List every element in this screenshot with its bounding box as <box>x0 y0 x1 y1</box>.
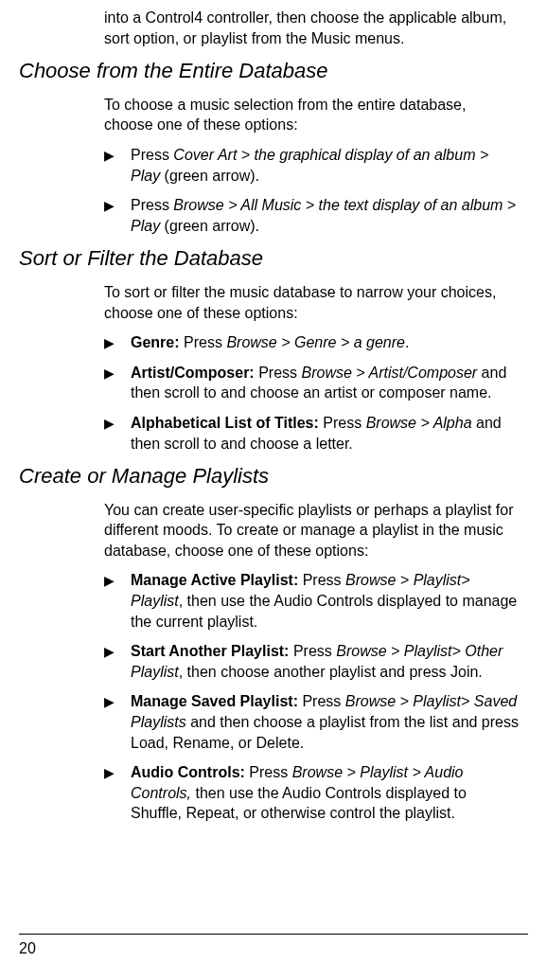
list-item-body: Audio Controls: Press Browse > Playlist … <box>131 762 519 824</box>
text-post: , then use the Audio Controls displayed … <box>131 593 517 630</box>
text-pre: Press <box>245 764 292 780</box>
text-pre: Press <box>319 415 366 431</box>
text-pre: Press <box>131 147 173 163</box>
heading-playlists: Create or Manage Playlists <box>19 463 528 490</box>
list-item-body: Press Browse > All Music > the text disp… <box>131 195 519 236</box>
list-item-body: Manage Active Playlist: Press Browse > P… <box>131 570 519 632</box>
triangle-bullet-icon: ▶ <box>104 691 131 712</box>
text-pre: Press <box>180 334 227 350</box>
triangle-bullet-icon: ▶ <box>104 570 131 591</box>
list-choose-database: ▶ Press Cover Art > the graphical displa… <box>104 145 519 236</box>
footer-rule <box>19 934 528 935</box>
item-label: Alphabetical List of Titles: <box>131 415 319 431</box>
list-item-body: Press Cover Art > the graphical display … <box>131 145 519 186</box>
lead-playlists: You can create user-specific playlists o… <box>104 500 519 561</box>
text-pre: Press <box>255 365 302 381</box>
menu-path: Browse > Genre > a genre <box>226 334 405 350</box>
item-label: Manage Saved Playlist: <box>131 693 298 709</box>
item-label: Start Another Playlist: <box>131 643 289 659</box>
list-item: ▶ Manage Active Playlist: Press Browse >… <box>104 570 519 632</box>
item-label: Audio Controls: <box>131 764 245 780</box>
text-post: (green arrow). <box>160 168 259 184</box>
triangle-bullet-icon: ▶ <box>104 641 131 662</box>
triangle-bullet-icon: ▶ <box>104 145 131 166</box>
list-sort-filter: ▶ Genre: Press Browse > Genre > a genre.… <box>104 332 519 454</box>
lead-sort-filter: To sort or filter the music database to … <box>104 282 519 323</box>
list-item-body: Artist/Composer: Press Browse > Artist/C… <box>131 363 519 403</box>
list-item: ▶ Artist/Composer: Press Browse > Artist… <box>104 363 519 403</box>
heading-choose-database: Choose from the Entire Database <box>19 58 528 85</box>
list-item: ▶ Audio Controls: Press Browse > Playlis… <box>104 762 519 824</box>
list-item: ▶ Press Browse > All Music > the text di… <box>104 195 519 236</box>
item-label: Manage Active Playlist: <box>131 572 298 588</box>
triangle-bullet-icon: ▶ <box>104 413 131 434</box>
text-pre: Press <box>289 643 336 659</box>
triangle-bullet-icon: ▶ <box>104 195 131 216</box>
list-item-body: Alphabetical List of Titles: Press Brows… <box>131 413 519 454</box>
heading-sort-filter: Sort or Filter the Database <box>19 245 528 273</box>
list-item-body: Genre: Press Browse > Genre > a genre. <box>131 332 519 353</box>
list-item: ▶ Manage Saved Playlist: Press Browse > … <box>104 691 519 753</box>
text-pre: Press <box>298 572 345 588</box>
list-playlists: ▶ Manage Active Playlist: Press Browse >… <box>104 570 519 824</box>
text-post: , then choose another playlist and press… <box>179 664 483 680</box>
triangle-bullet-icon: ▶ <box>104 332 131 353</box>
menu-path: Browse > Alpha <box>366 415 472 431</box>
text-pre: Press <box>298 693 345 709</box>
list-item: ▶ Press Cover Art > the graphical displa… <box>104 145 519 186</box>
list-item-body: Manage Saved Playlist: Press Browse > Pl… <box>131 691 519 753</box>
text-post: and then choose a playlist from the list… <box>131 714 519 751</box>
text-pre: Press <box>131 197 173 213</box>
triangle-bullet-icon: ▶ <box>104 762 131 783</box>
page-number: 20 <box>19 940 528 957</box>
list-item: ▶ Genre: Press Browse > Genre > a genre. <box>104 332 519 353</box>
item-label: Genre: <box>131 334 180 350</box>
item-label: Artist/Composer: <box>131 365 255 381</box>
menu-path: Browse > Artist/Composer <box>301 365 477 381</box>
list-item: ▶ Alphabetical List of Titles: Press Bro… <box>104 413 519 454</box>
triangle-bullet-icon: ▶ <box>104 363 131 383</box>
intro-continuation-paragraph: into a Control4 controller, then choose … <box>104 8 519 48</box>
list-item-body: Start Another Playlist: Press Browse > P… <box>131 641 519 682</box>
page-footer: 20 <box>0 934 547 957</box>
list-item: ▶ Start Another Playlist: Press Browse >… <box>104 641 519 682</box>
lead-choose-database: To choose a music selection from the ent… <box>104 95 519 135</box>
text-post: (green arrow). <box>160 218 259 234</box>
text-post: . <box>405 334 409 350</box>
